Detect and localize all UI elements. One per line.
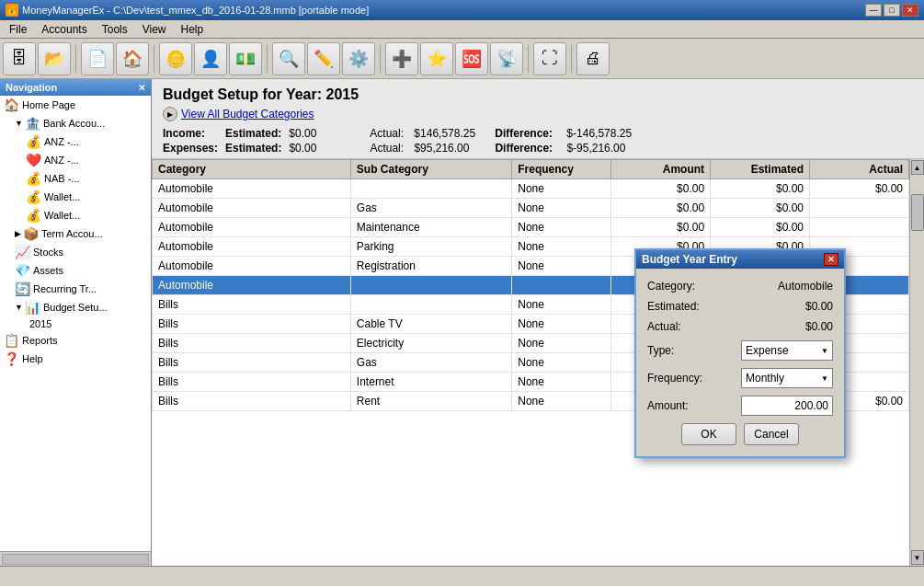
- dialog-category-value: Automobile: [778, 280, 833, 293]
- dialog-actual-label: Actual:: [647, 320, 681, 333]
- dialog-buttons: OK Cancel: [647, 423, 833, 445]
- dialog-type-row: Type: Expense ▼: [647, 340, 833, 361]
- dialog-estimated-label: Estimated:: [647, 300, 700, 313]
- dialog-frequency-row: Frequency: Monthly ▼: [647, 368, 833, 388]
- dialog-close-button[interactable]: ✕: [824, 253, 838, 266]
- budget-year-dialog: Budget Year Entry ✕ Category: Automobile…: [634, 248, 846, 458]
- dialog-category-row: Category: Automobile: [647, 280, 833, 293]
- dialog-type-select[interactable]: Expense ▼: [741, 340, 833, 361]
- dialog-estimated-row: Estimated: $0.00: [647, 300, 833, 313]
- dialog-title: Budget Year Entry: [642, 253, 737, 266]
- dialog-ok-button[interactable]: OK: [681, 423, 736, 445]
- dialog-actual-value: $0.00: [805, 320, 833, 333]
- dialog-frequency-value: Monthly: [746, 372, 784, 385]
- dialog-content: Category: Automobile Estimated: $0.00 Ac…: [636, 269, 844, 456]
- type-dropdown-arrow: ▼: [821, 347, 828, 355]
- dialog-amount-label: Amount:: [647, 399, 689, 412]
- dialog-category-label: Category:: [647, 280, 695, 293]
- dialog-frequency-label: Frequency:: [647, 372, 702, 385]
- dialog-titlebar: Budget Year Entry ✕: [636, 250, 844, 269]
- dialog-estimated-value: $0.00: [805, 300, 833, 313]
- dialog-frequency-select[interactable]: Monthly ▼: [741, 368, 833, 388]
- dialog-type-label: Type:: [647, 344, 674, 357]
- dialog-type-value: Expense: [746, 344, 789, 357]
- dialog-amount-input[interactable]: [741, 396, 833, 416]
- dialog-actual-row: Actual: $0.00: [647, 320, 833, 333]
- dialog-amount-row: Amount:: [647, 396, 833, 416]
- modal-overlay: Budget Year Entry ✕ Category: Automobile…: [0, 0, 924, 586]
- frequency-dropdown-arrow: ▼: [821, 374, 828, 383]
- dialog-cancel-button[interactable]: Cancel: [744, 423, 799, 445]
